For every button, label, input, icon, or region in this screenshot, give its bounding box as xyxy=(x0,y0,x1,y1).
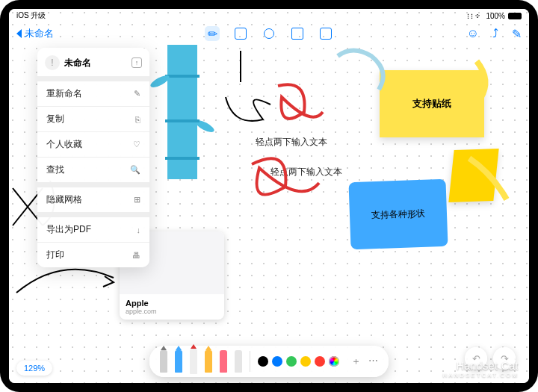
share-icon[interactable]: ⤴ xyxy=(492,27,498,41)
battery-percent: 100% xyxy=(486,12,505,20)
board-avatar-icon: ! xyxy=(45,55,60,70)
pen-tool[interactable]: ✏ xyxy=(205,26,220,41)
shape-icon xyxy=(264,28,274,39)
duplicate-icon: ⎘ xyxy=(135,115,140,124)
pen-icon: ✏ xyxy=(208,27,217,41)
search-icon: 🔍 xyxy=(130,165,140,175)
pen-marker[interactable] xyxy=(175,350,182,373)
chevron-left-icon xyxy=(16,29,22,38)
media-icon xyxy=(320,28,332,40)
export-icon: ↓ xyxy=(137,225,141,234)
sticky-note-2[interactable] xyxy=(448,149,498,202)
zoom-indicator[interactable]: 129% xyxy=(16,361,52,376)
collab-icon[interactable]: ☺ xyxy=(467,27,479,41)
compose-icon[interactable]: ✎ xyxy=(512,27,522,41)
eraser-tool[interactable] xyxy=(220,350,227,373)
color-black[interactable] xyxy=(258,356,268,367)
status-bar: iOS 升级 ⋮⋮ ᯤ 100% xyxy=(9,9,529,22)
back-label: 未命名 xyxy=(25,27,54,40)
menu-duplicate[interactable]: 复制⎘ xyxy=(37,106,149,131)
dock-more-icon[interactable]: ⋯ xyxy=(368,355,378,368)
text-icon xyxy=(291,28,303,40)
sticky-icon xyxy=(235,28,247,40)
menu-hide-grid[interactable]: 隐藏网格⊞ xyxy=(37,187,149,212)
text-tool[interactable] xyxy=(290,26,305,41)
blue-shape[interactable]: 支持各种形状 xyxy=(348,179,448,249)
board-context-menu: ! 未命名 ↑ 重新命名✎ 复制⎘ 个人收藏♡ 查找🔍 隐藏网格⊞ 导出为PDF… xyxy=(37,48,149,267)
add-tool-icon[interactable]: ＋ xyxy=(351,355,361,368)
shape-tool[interactable] xyxy=(262,26,276,41)
battery-icon xyxy=(508,13,522,19)
bamboo-drawing[interactable] xyxy=(167,45,197,179)
menu-favorite[interactable]: 个人收藏♡ xyxy=(37,131,149,157)
sticky-note-1[interactable]: 支持贴纸 xyxy=(380,70,484,137)
back-button[interactable]: 未命名 xyxy=(16,27,54,40)
pen-crayon[interactable] xyxy=(205,350,212,373)
color-swatches xyxy=(258,356,339,367)
share-board-icon[interactable]: ↑ xyxy=(132,57,142,68)
menu-export-pdf[interactable]: 导出为PDF↓ xyxy=(37,217,149,242)
grid-icon: ⊞ xyxy=(134,195,140,205)
color-picker[interactable] xyxy=(329,356,339,367)
media-tool[interactable] xyxy=(318,26,333,41)
card-subtitle: apple.com xyxy=(126,308,218,315)
text-placeholder-2[interactable]: 轻点两下输入文本 xyxy=(270,166,342,178)
ios-upgrade-label: iOS 升级 xyxy=(16,10,466,21)
board-name: 未命名 xyxy=(64,57,127,69)
wifi-icon: ⋮⋮ ᯤ xyxy=(466,12,483,20)
rename-icon: ✎ xyxy=(134,89,140,99)
color-red[interactable] xyxy=(315,356,325,367)
watermark: Handset Cat HANDSETCAT.COM xyxy=(442,360,519,379)
print-icon: 🖶 xyxy=(132,251,140,260)
top-toolbar: 未命名 ✏ ☺ ⤴ ✎ xyxy=(9,22,529,45)
heart-icon: ♡ xyxy=(133,140,140,149)
lasso-tool[interactable] xyxy=(235,350,242,373)
sticky-tool[interactable] xyxy=(233,26,248,41)
color-blue[interactable] xyxy=(272,356,282,367)
pen-fine[interactable] xyxy=(160,350,167,373)
color-yellow[interactable] xyxy=(300,356,311,367)
card-title: Apple xyxy=(126,299,218,308)
menu-find[interactable]: 查找🔍 xyxy=(37,157,149,182)
text-placeholder-1[interactable]: 轻点两下输入文本 xyxy=(256,136,327,149)
color-green[interactable] xyxy=(286,356,297,367)
pen-pencil[interactable] xyxy=(190,349,197,374)
tool-dock: ＋ ⋯ xyxy=(149,346,389,377)
menu-rename[interactable]: 重新命名✎ xyxy=(37,81,149,106)
menu-print[interactable]: 打印🖶 xyxy=(37,242,149,267)
